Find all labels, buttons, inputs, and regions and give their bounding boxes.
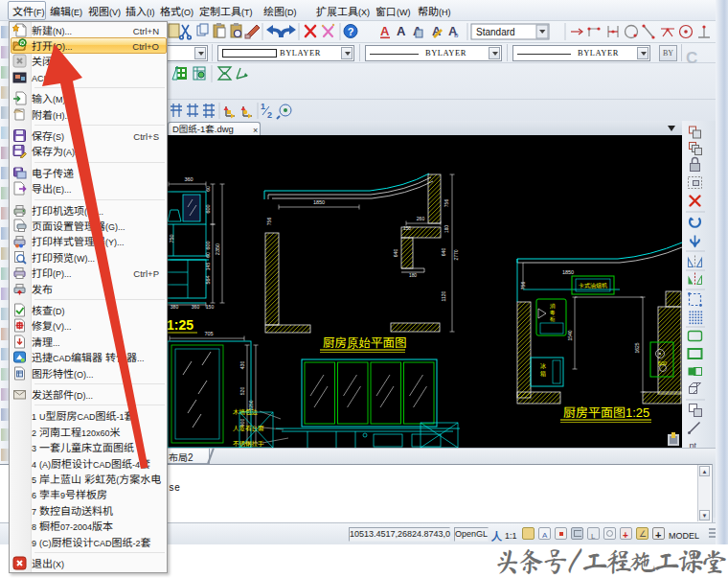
svg-text:A: A [397,21,406,39]
svg-text:260: 260 [417,215,425,221]
svg-text:2: 2 [267,108,272,121]
svg-text:640: 640 [392,249,398,258]
svg-text:2350: 2350 [214,243,221,255]
svg-text:箱: 箱 [540,369,546,378]
svg-text:600: 600 [204,204,212,213]
svg-text:1850: 1850 [562,268,574,276]
svg-text:木墙包边: 木墙包边 [233,406,259,416]
svg-text:?: ? [348,23,354,38]
svg-text:1540: 1540 [566,330,573,340]
svg-text:b: b [454,29,459,39]
svg-text:564: 564 [204,275,212,284]
svg-text:756: 756 [519,282,526,290]
svg-text:A: A [380,21,390,39]
svg-text:150: 150 [403,224,411,231]
svg-text:150: 150 [206,303,215,310]
svg-text:60: 60 [204,252,211,258]
svg-text:厨房原始平面图: 厨房原始平面图 [323,333,407,351]
svg-text:人造石台面: 人造石台面 [233,423,264,432]
svg-text:756: 756 [265,218,272,226]
svg-text:卡式油烟机: 卡式油烟机 [579,281,607,289]
svg-text:1: 1 [261,101,265,112]
svg-text:180: 180 [443,225,449,233]
svg-text:360: 360 [192,303,200,310]
svg-text:1625: 1625 [633,342,640,353]
svg-text:756: 756 [443,199,449,208]
svg-text:柜: 柜 [550,315,556,323]
svg-text:520: 520 [239,387,245,396]
svg-text:1850: 1850 [313,198,325,206]
svg-text:180: 180 [409,271,417,278]
svg-text:厨房平面图1:25: 厨房平面图1:25 [563,403,649,421]
svg-text:60: 60 [204,186,211,192]
svg-text:不锈钢拉手: 不锈钢拉手 [233,438,264,448]
svg-text:430: 430 [239,361,245,370]
svg-text:145: 145 [204,263,211,271]
svg-text:750: 750 [168,234,175,243]
svg-text:1120: 1120 [440,290,446,301]
svg-text:360: 360 [184,175,193,183]
svg-text:705: 705 [204,330,213,337]
svg-text:640: 640 [440,248,446,257]
svg-text:1:25: 1:25 [167,314,193,334]
svg-text:Standard: Standard [476,24,515,38]
svg-text:600: 600 [658,359,667,367]
svg-text:380: 380 [171,303,179,310]
svg-text:2770: 2770 [452,249,459,260]
svg-text:600: 600 [204,241,212,249]
